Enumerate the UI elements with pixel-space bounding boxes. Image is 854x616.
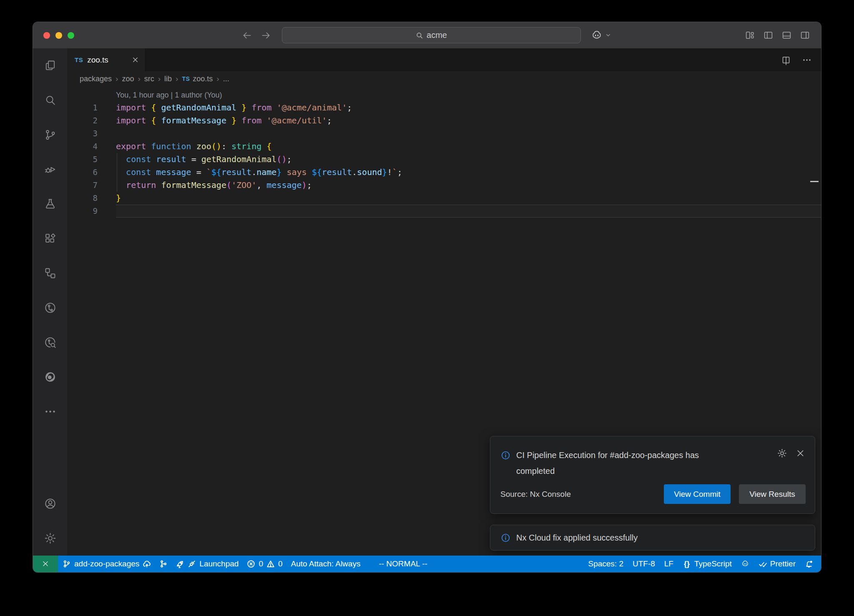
status-item-branch[interactable]: add-zoo-packages	[59, 556, 155, 572]
breadcrumb-separator-icon: ›	[116, 74, 118, 83]
status-item-launchpad[interactable]: Launchpad	[172, 556, 242, 572]
breadcrumb-label: lib	[164, 75, 172, 83]
more-actions-button[interactable]	[802, 55, 812, 65]
line-number: 9	[67, 205, 98, 218]
status-item-eol[interactable]: LF	[661, 556, 677, 572]
breadcrumb-separator-icon: ›	[158, 74, 161, 83]
notification-close-icon[interactable]	[795, 448, 806, 458]
zoom-window-button[interactable]	[68, 32, 74, 39]
close-tab-button[interactable]	[131, 56, 139, 64]
close-window-button[interactable]	[43, 32, 50, 39]
breadcrumb-item-src[interactable]: src	[144, 75, 154, 83]
status-item-problems[interactable]: 00	[243, 556, 286, 572]
code-line[interactable]: 7 return formatMessage('ZOO', message);	[67, 179, 821, 192]
beaker-icon	[44, 198, 57, 210]
status-item-label: 0	[259, 559, 263, 568]
notification-message: CI Pipeline Execution for #add-zoo-packa…	[516, 447, 727, 479]
line-number: 5	[67, 153, 98, 166]
activity-item-accounts[interactable]	[33, 486, 67, 521]
code-line[interactable]: 8}	[67, 192, 821, 205]
command-center-search[interactable]: acme	[282, 27, 581, 43]
activity-bar-top	[33, 48, 67, 429]
code-line[interactable]: 1import { getRandomAnimal } from '@acme/…	[67, 101, 821, 114]
tab-actions	[781, 48, 821, 71]
tab-zoo-ts[interactable]: TS zoo.ts	[67, 48, 146, 71]
info-icon	[500, 533, 511, 543]
breadcrumb-item-zoo-ts[interactable]: TSzoo.ts	[182, 75, 213, 83]
status-item-label: Auto Attach: Always	[291, 559, 361, 568]
breadcrumb-label: src	[144, 75, 154, 83]
line-number: 1	[67, 101, 98, 114]
breadcrumb-item-zoo[interactable]: zoo	[122, 75, 134, 83]
split-editor-button[interactable]	[781, 55, 791, 65]
toggle-secondary-sidebar-button[interactable]	[800, 30, 810, 40]
indent-guide	[117, 153, 117, 166]
code-line[interactable]: 4export function zoo(): string {	[67, 140, 821, 153]
customize-layout-button[interactable]	[745, 30, 755, 40]
toggle-primary-sidebar-button[interactable]	[763, 30, 774, 40]
rocket-icon	[176, 560, 184, 568]
breadcrumb-label: zoo.ts	[193, 75, 213, 83]
breadcrumb: packages›zoo›src›lib›TSzoo.ts›...	[67, 71, 821, 86]
breadcrumb-item-packages[interactable]: packages	[80, 75, 112, 83]
status-item-encoding[interactable]: UTF-8	[629, 556, 659, 572]
source-control-icon	[44, 128, 57, 141]
activity-item-extensions[interactable]	[33, 221, 67, 256]
status-item-notifications-bell[interactable]	[801, 556, 817, 572]
forward-button[interactable]	[261, 30, 271, 41]
status-item-remote[interactable]	[33, 556, 58, 572]
breadcrumb-item-lib[interactable]: lib	[164, 75, 172, 83]
status-item-label: Launchpad	[199, 559, 239, 568]
code-line[interactable]: 3	[67, 127, 821, 140]
status-item-auto-attach[interactable]: Auto Attach: Always	[287, 556, 364, 572]
copilot-menu[interactable]	[591, 22, 611, 48]
breadcrumb-item--[interactable]: ...	[223, 75, 229, 83]
activity-item-edge-tools[interactable]	[33, 360, 67, 394]
view-results-button[interactable]: View Results	[739, 484, 806, 504]
breadcrumb-label: zoo	[122, 75, 134, 83]
activity-item-nx-console[interactable]	[33, 256, 67, 290]
status-item-copilot[interactable]	[737, 556, 753, 572]
activity-item-source-control[interactable]	[33, 118, 67, 152]
code-line-text: }	[116, 192, 821, 205]
status-item-vim-mode[interactable]: -- NORMAL --	[375, 556, 431, 572]
activity-item-explorer[interactable]	[33, 48, 67, 83]
code-line-text	[116, 127, 821, 140]
code-line-text: return formatMessage('ZOO', message);	[116, 179, 821, 192]
activity-item-more-views[interactable]	[33, 394, 67, 429]
view-commit-button[interactable]: View Commit	[664, 484, 731, 504]
warning-icon	[266, 560, 275, 568]
back-button[interactable]	[241, 30, 252, 41]
breadcrumb-label: packages	[80, 75, 112, 83]
code-line-text: export function zoo(): string {	[116, 140, 821, 153]
code-line[interactable]: 5 const result = getRandomAnimal();	[67, 153, 821, 166]
toggle-panel-button[interactable]	[781, 30, 792, 40]
activity-item-gitlens[interactable]	[33, 290, 67, 325]
typescript-file-icon: TS	[182, 75, 190, 82]
status-item-label: TypeScript	[694, 559, 732, 568]
notification-center: CI Pipeline Execution for #add-zoo-packa…	[490, 436, 815, 551]
code-line[interactable]: 2import { formatMessage } from '@acme/ut…	[67, 114, 821, 127]
status-item-label: add-zoo-packages	[74, 559, 139, 568]
status-item-formatter[interactable]: Prettier	[755, 556, 799, 572]
notification-settings-gear-icon[interactable]	[777, 448, 787, 458]
notification-message: Nx Cloud fix applied successfully	[516, 533, 638, 543]
status-item-indentation[interactable]: Spaces: 2	[584, 556, 627, 572]
activity-item-testing[interactable]	[33, 187, 67, 221]
git-graph-icon	[159, 560, 168, 568]
activity-item-gitlens-inspect[interactable]	[33, 325, 67, 360]
code-line[interactable]: 6 const message = `${result.name} says $…	[67, 166, 821, 179]
activity-item-run-and-debug[interactable]	[33, 152, 67, 187]
notification-buttons: View Commit View Results	[664, 484, 806, 504]
status-bar: add-zoo-packagesLaunchpad00Auto Attach: …	[33, 556, 821, 572]
status-item-commit-graph[interactable]	[156, 556, 171, 572]
plug-icon	[188, 560, 196, 568]
line-number: 7	[67, 179, 98, 192]
status-item-language[interactable]: {}TypeScript	[679, 556, 736, 572]
minimize-window-button[interactable]	[55, 32, 62, 39]
activity-item-search[interactable]	[33, 83, 67, 118]
activity-item-settings[interactable]	[33, 521, 67, 556]
copilot-icon	[741, 560, 749, 568]
history-nav	[241, 22, 271, 48]
code-line[interactable]: 9	[67, 205, 821, 218]
